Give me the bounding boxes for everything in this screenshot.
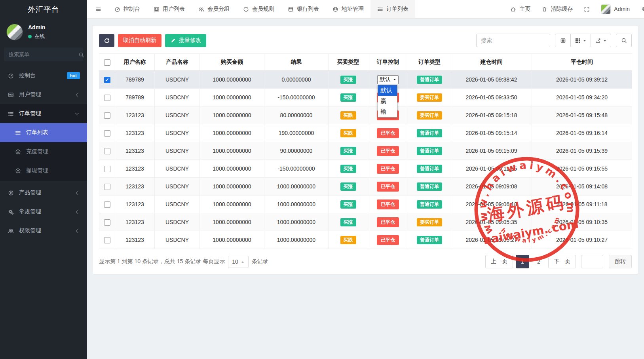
topnav-item-6[interactable]: 地址管理 — [326, 0, 370, 18]
table-row: 123123USDCNY1000.0000000080.00000000买跌已平… — [99, 106, 632, 124]
settings-button[interactable] — [635, 6, 644, 13]
row-checkbox[interactable] — [104, 184, 110, 190]
cell-order-type: 普通订单 — [408, 178, 451, 196]
columns-button[interactable] — [571, 34, 591, 47]
edit-icon — [170, 37, 176, 44]
select-option[interactable]: 输 — [378, 106, 397, 117]
table-footer: 显示第 1 到第 10 条记录，总共 15 条记录 每页显示 10 条记录 上一… — [99, 255, 632, 268]
circle-icon — [243, 6, 249, 13]
fullscreen-button[interactable] — [578, 6, 595, 13]
admin-menu[interactable]: Admin — [595, 4, 635, 14]
sidebar-item-8[interactable]: 常规管理 — [0, 202, 87, 221]
status-badge: 已平仓 — [377, 217, 399, 227]
cell-close-time: 2026-01-05 09:16:14 — [532, 124, 632, 142]
cell-order-type: 普通订单 — [408, 71, 451, 89]
row-checkbox[interactable] — [104, 95, 110, 101]
sidebar-item-5[interactable]: 充值管理 — [0, 142, 87, 161]
row-checkbox[interactable] — [104, 237, 110, 243]
cancel-auto-refresh-button[interactable]: 取消自动刷新 — [118, 34, 161, 47]
columns-icon — [575, 37, 581, 44]
cell-order-type: 委买订单 — [408, 106, 451, 124]
sidebar-item-3[interactable]: 订单管理 — [0, 104, 87, 123]
topnav-item-3[interactable]: 会员分组 — [192, 0, 236, 18]
users-icon — [7, 228, 14, 234]
status-badge: 买涨 — [340, 93, 356, 102]
sidebar-item-label: 充值管理 — [26, 148, 48, 155]
cc-icon — [332, 6, 338, 13]
topnav-item-7[interactable]: 订单列表 — [370, 0, 415, 18]
page-size-value: 10 — [232, 258, 238, 265]
cell-buy-type: 买跌 — [329, 124, 368, 142]
select-option[interactable]: 默认 — [378, 85, 397, 96]
cell-amount: 1000.00000000 — [200, 106, 264, 124]
cell-open-time: 2026-01-05 09:15:18 — [451, 106, 532, 124]
jump-page-input[interactable] — [581, 255, 603, 268]
cell-user: 123123 — [115, 178, 155, 196]
page-numbers: 12 — [516, 255, 545, 268]
table-search-input[interactable] — [476, 34, 550, 47]
cell-open-time: 2026-01-05 09:06:18 — [451, 196, 532, 213]
page-size-dropdown[interactable]: 10 — [228, 256, 249, 268]
home-button[interactable]: 主页 — [505, 6, 536, 13]
status-badge: 已平仓 — [377, 182, 399, 192]
list-icon — [377, 6, 383, 13]
batch-edit-button[interactable]: 批量修改 — [165, 34, 206, 47]
column-header: 建仓时间 — [451, 54, 532, 71]
jump-button[interactable]: 跳转 — [609, 255, 632, 268]
hot-badge: hot — [67, 72, 80, 79]
topnav-item-1[interactable]: 控制台 — [108, 0, 147, 18]
cell-amount: 1000.00000000 — [200, 71, 264, 89]
row-checkbox[interactable] — [104, 148, 110, 154]
search-icon[interactable] — [78, 51, 84, 58]
cell-product: USDCNY — [155, 71, 200, 89]
export-button[interactable] — [591, 34, 611, 47]
cell-close-time: 2026-01-05 09:39:12 — [532, 71, 632, 89]
refresh-button[interactable] — [99, 34, 114, 47]
page-button-1[interactable]: 1 — [516, 255, 529, 268]
card-view-button[interactable] — [555, 34, 571, 47]
sidebar-item-4[interactable]: 订单列表 — [0, 123, 87, 142]
sidebar-item-label: 控制台 — [19, 72, 36, 79]
topnav-item-2[interactable]: 用户列表 — [147, 0, 192, 18]
row-checkbox[interactable] — [104, 130, 110, 137]
cell-order-control: 已平仓 — [368, 213, 408, 231]
sidebar-item-9[interactable]: 权限管理 — [0, 221, 87, 240]
topnav-item-label: 银行列表 — [297, 6, 319, 13]
hamburger-menu-icon[interactable] — [87, 0, 108, 18]
user-name: Admin — [28, 24, 46, 30]
avatar[interactable] — [6, 24, 23, 40]
topnav-item-4[interactable]: 会员规则 — [236, 0, 281, 18]
sidebar-item-6[interactable]: 提现管理 — [0, 161, 87, 180]
list-icon — [14, 130, 21, 136]
sidebar-item-2[interactable]: 用户管理 — [0, 85, 87, 104]
upcircle-icon — [14, 168, 21, 174]
column-header: 订单控制 — [368, 54, 408, 71]
idcard-icon — [154, 6, 160, 13]
prev-page-button[interactable]: 上一页 — [485, 255, 513, 268]
sidebar-item-7[interactable]: 产品管理 — [0, 183, 87, 202]
chevron-left-icon — [74, 209, 80, 215]
order-control-select[interactable]: 默认 默认赢输 — [377, 75, 399, 84]
sidebar-item-1[interactable]: 控制台hot — [0, 66, 87, 85]
select-all-checkbox[interactable] — [104, 59, 110, 66]
column-header: 买卖类型 — [329, 54, 368, 71]
fullscreen-icon — [584, 6, 590, 13]
search-button[interactable] — [616, 34, 632, 47]
menu-search-input[interactable] — [9, 51, 78, 57]
status-badge: 已平仓 — [377, 128, 399, 138]
cell-result: 0.00000000 — [264, 71, 329, 89]
dashboard-icon — [7, 73, 14, 79]
row-checkbox[interactable] — [104, 166, 110, 172]
page-button-2[interactable]: 2 — [532, 255, 545, 268]
cell-user: 123123 — [115, 160, 155, 178]
next-page-button[interactable]: 下一页 — [548, 255, 576, 268]
row-checkbox[interactable]: ✓ — [104, 77, 110, 83]
row-checkbox[interactable] — [104, 219, 110, 226]
row-checkbox[interactable] — [104, 201, 110, 208]
select-option[interactable]: 赢 — [378, 96, 397, 106]
cell-buy-type: 买涨 — [329, 178, 368, 196]
topnav-item-5[interactable]: 银行列表 — [281, 0, 326, 18]
row-checkbox[interactable] — [104, 112, 110, 119]
clear-cache-button[interactable]: 清除缓存 — [536, 6, 578, 13]
column-header: 用户名称 — [115, 54, 155, 71]
